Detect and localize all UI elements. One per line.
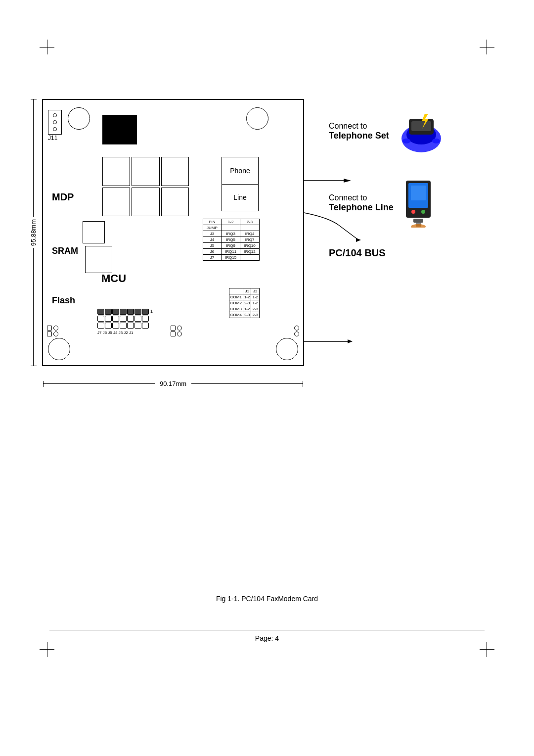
dip-pin-m3	[112, 316, 119, 322]
mdp-cell-2	[132, 157, 159, 186]
pcb-wrapper: J11 MDP Phone Line SRAM	[42, 99, 304, 366]
dip-pin-t6	[134, 309, 141, 315]
ch-j2: J2	[251, 288, 260, 294]
telephone-set-icon	[394, 109, 448, 153]
connect-telephone-line-text: Connect to Telephone Line	[329, 193, 394, 213]
jr-5-0: J7	[203, 255, 222, 261]
connect-tel-set-line1: Connect to	[329, 122, 389, 131]
phone-line-box: Phone Line	[222, 157, 259, 211]
jr-2-2: IRQ7	[240, 237, 260, 243]
dip-pin-t5	[127, 309, 134, 315]
pin-j11-1	[53, 113, 57, 117]
jumper-row-4: J6 IRQ11 IRQ12	[203, 249, 260, 255]
svg-point-9	[432, 139, 440, 143]
pin-j11-3	[53, 127, 57, 131]
dip-pin-m5	[127, 316, 134, 322]
cr-1-2: 1-2	[251, 294, 260, 300]
conn-sq-4	[171, 331, 176, 336]
diagram-container: 95.88mm J11 MDP	[30, 99, 504, 366]
jr-3-0: J5	[203, 243, 222, 249]
svg-point-17	[411, 224, 426, 228]
footer-line	[49, 630, 485, 630]
jumper-row-3: J5 IRQ9 IRQ10	[203, 243, 260, 249]
dip-pin-m4	[120, 316, 127, 322]
dip-pin-t4	[120, 309, 127, 315]
corner-mark-tl	[40, 40, 59, 59]
line-label: Line	[222, 185, 258, 211]
conn-left1-row1	[47, 326, 58, 331]
dip-row-top: 1	[97, 309, 153, 315]
jumper-row-5: J7 IRQ15	[203, 255, 260, 261]
conn-round-2	[53, 331, 58, 336]
conn-left2-row2	[171, 331, 182, 336]
pin-j11-2	[53, 120, 57, 124]
com-table: J1 J2 COM1 1-2 1-2 COM2 2-3 1-2 COM3	[229, 288, 260, 318]
jr-5-1: IRQ15	[221, 255, 240, 261]
dim-v-cap-bot	[31, 366, 37, 366]
telephone-line-icon	[399, 178, 438, 228]
dimension-height-container: 95.88mm	[30, 99, 37, 366]
mounting-hole-br	[276, 338, 298, 360]
jumper-table: PIN 1-2 2-3 JUMP J3 IRQ3 IRQ4	[203, 219, 260, 261]
jumper-header-row: PIN 1-2 2-3	[203, 219, 260, 225]
conn-round-r1	[294, 326, 299, 331]
label-mcu: MCU	[101, 272, 126, 285]
mdp-cell-6	[161, 188, 189, 217]
bottom-conn-right	[294, 326, 299, 336]
figure-caption: Fig 1-1. PC/104 FaxModem Card	[216, 595, 318, 603]
jumper-block: PIN 1-2 2-3 JUMP J3 IRQ3 IRQ4	[203, 219, 260, 261]
jr-0-0: JUMP	[203, 225, 222, 231]
com-row-3: COM3 1-2 2-3	[229, 306, 259, 312]
phone-label: Phone	[222, 157, 258, 185]
label-j11: J11	[48, 135, 57, 142]
mdp-cell-4	[102, 188, 130, 217]
mounting-hole-tl	[68, 107, 90, 130]
pcb-board: J11 MDP Phone Line SRAM	[42, 99, 304, 366]
dimension-height-label: 95.88mm	[30, 217, 37, 248]
conn-left2-row1	[171, 326, 182, 331]
label-mdp: MDP	[52, 191, 74, 203]
conn-round-3	[177, 326, 182, 331]
pcbus-label: PC/104 BUS	[329, 247, 448, 259]
pcbus-block: PC/104 BUS	[329, 247, 448, 259]
cr-2-0: COM2	[229, 300, 243, 306]
com-header-row: J1 J2	[229, 288, 259, 294]
dip-pin-m6	[134, 316, 141, 322]
jh-23: 2-3	[240, 219, 260, 225]
page-footer: Page: 4	[49, 630, 485, 642]
conn-sq-2	[47, 331, 52, 336]
connect-tel-set-line2: Telephone Set	[329, 131, 389, 141]
cr-1-1: 1-2	[243, 294, 251, 300]
dim-v-line-bot	[33, 248, 34, 366]
dim-h-line-l	[44, 383, 155, 384]
jumper-row-2: J4 IRQ5 IRQ7	[203, 237, 260, 243]
dip-row-mid	[97, 316, 153, 322]
cr-3-0: COM3	[229, 306, 243, 312]
svg-marker-2	[348, 339, 353, 343]
dimension-width-label: 90.17mm	[155, 380, 191, 387]
mdp-cell-5	[132, 188, 159, 217]
com-row-4: COM4 2-3 2-3	[229, 312, 259, 318]
dip-pin-m1	[97, 316, 104, 322]
jumper-row-0: JUMP	[203, 225, 260, 231]
com-table-wrap: J1 J2 COM1 1-2 1-2 COM2 2-3 1-2 COM3	[229, 288, 260, 318]
dip-pin-t1	[97, 309, 104, 315]
conn-round-4	[177, 331, 182, 336]
jr-2-0: J4	[203, 237, 222, 243]
dim-v-line-top	[33, 99, 34, 217]
com-row-1: COM1 1-2 1-2	[229, 294, 259, 300]
jr-3-1: IRQ9	[221, 243, 240, 249]
mdp-cell-3	[161, 157, 189, 186]
conn-sq-3	[171, 326, 176, 331]
conn-round-1	[53, 326, 58, 331]
jr-1-0: J3	[203, 231, 222, 237]
jumper-row-1: J3 IRQ3 IRQ4	[203, 231, 260, 237]
dip-top-label: 1	[150, 309, 153, 315]
conn-round-r2	[294, 331, 299, 336]
cr-3-1: 1-2	[243, 306, 251, 312]
svg-point-16	[421, 210, 425, 214]
conn-sq-1	[47, 326, 52, 331]
mdp-cell-1	[102, 157, 130, 186]
dim-h-cap-r	[303, 381, 303, 387]
cr-4-1: 2-3	[243, 312, 251, 318]
